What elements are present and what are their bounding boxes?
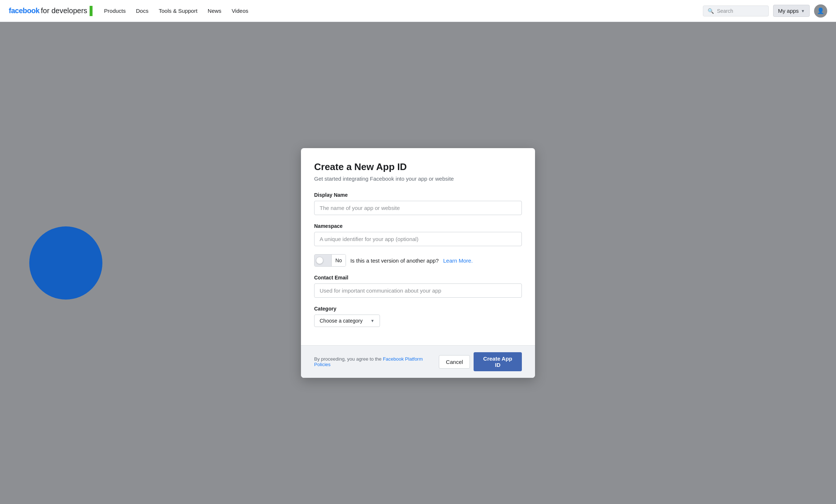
modal-subtitle: Get started integrating Facebook into yo… <box>314 176 522 182</box>
navbar-right: 🔍 Search My apps ▼ 👤 <box>703 4 827 18</box>
nav-link-videos[interactable]: Videos <box>231 8 248 14</box>
footer-buttons: Cancel Create App ID <box>439 352 522 371</box>
toggle-track <box>315 255 331 266</box>
modal-overlay: Create a New App ID Get started integrat… <box>0 22 836 504</box>
navbar: facebook for developers Products Docs To… <box>0 0 836 22</box>
avatar[interactable]: 👤 <box>814 4 827 18</box>
category-dropdown[interactable]: Choose a category ▼ <box>314 315 380 327</box>
modal-title: Create a New App ID <box>314 161 522 173</box>
search-icon: 🔍 <box>708 8 714 14</box>
modal-body: Create a New App ID Get started integrat… <box>301 148 535 345</box>
nav-links: Products Docs Tools & Support News Video… <box>104 8 703 14</box>
namespace-label: Namespace <box>314 223 522 229</box>
brand-rest-text: for developers <box>41 7 87 15</box>
contact-email-input[interactable] <box>314 283 522 298</box>
brand-accent-rect <box>90 6 93 16</box>
avatar-icon: 👤 <box>817 7 824 14</box>
nav-link-products[interactable]: Products <box>104 8 126 14</box>
learn-more-link[interactable]: Learn More. <box>443 257 473 264</box>
category-label: Category <box>314 306 522 312</box>
my-apps-button[interactable]: My apps ▼ <box>773 5 810 17</box>
contact-email-label: Contact Email <box>314 275 522 281</box>
namespace-input[interactable] <box>314 232 522 246</box>
toggle-thumb <box>316 257 323 264</box>
footer-text: By proceeding, you agree to the Facebook… <box>314 356 439 367</box>
create-app-modal: Create a New App ID Get started integrat… <box>301 148 535 378</box>
brand-facebook-text: facebook <box>9 7 39 15</box>
nav-link-docs[interactable]: Docs <box>136 8 148 14</box>
namespace-group: Namespace <box>314 223 522 246</box>
search-placeholder-text: Search <box>717 8 733 14</box>
chevron-down-icon: ▼ <box>801 9 805 13</box>
toggle-no-label: No <box>331 255 346 266</box>
display-name-label: Display Name <box>314 192 522 198</box>
test-toggle-button[interactable]: No <box>314 254 346 267</box>
display-name-input[interactable] <box>314 201 522 215</box>
test-version-row: No Is this a test version of another app… <box>314 254 522 267</box>
display-name-group: Display Name <box>314 192 522 215</box>
contact-email-group: Contact Email <box>314 275 522 298</box>
chevron-down-icon: ▼ <box>370 319 374 323</box>
test-question-text: Is this a test version of another app? <box>350 257 439 264</box>
cancel-button[interactable]: Cancel <box>439 355 470 369</box>
my-apps-label: My apps <box>778 8 799 14</box>
nav-link-tools[interactable]: Tools & Support <box>159 8 197 14</box>
brand-logo[interactable]: facebook for developers <box>9 6 93 16</box>
search-bar[interactable]: 🔍 Search <box>703 5 769 16</box>
modal-footer: By proceeding, you agree to the Facebook… <box>301 345 535 378</box>
category-select-label: Choose a category <box>320 318 363 324</box>
nav-link-news[interactable]: News <box>208 8 222 14</box>
page-background: Create a New App ID Get started integrat… <box>0 22 836 504</box>
create-app-id-button[interactable]: Create App ID <box>474 352 522 371</box>
category-group: Category Choose a category ▼ <box>314 306 522 327</box>
